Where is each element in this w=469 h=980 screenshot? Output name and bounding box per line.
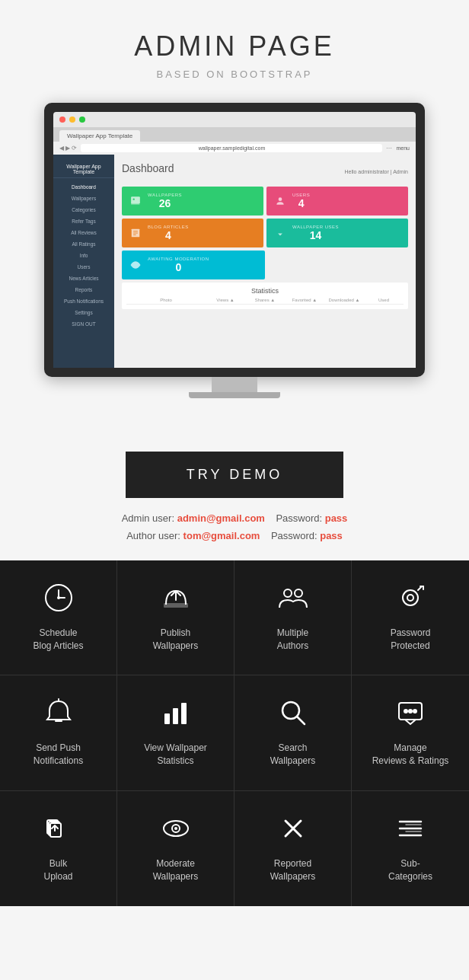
- stat-card-uses: WALLPAPER USES 14: [266, 219, 408, 247]
- col-views: Views ▲: [206, 298, 245, 302]
- search-wallpapers-icon: [246, 698, 340, 733]
- col-downloaded: Downloaded ▲: [324, 298, 364, 302]
- svg-line-27: [297, 717, 305, 724]
- password-protected-label: PasswordProtected: [363, 627, 458, 653]
- stats-grid: WALLPAPERS 26 USERS: [122, 187, 408, 247]
- dot-yellow: [69, 117, 75, 123]
- feature-bulk-upload: BulkUpload: [0, 791, 117, 906]
- dashboard-title: Dashboard: [122, 162, 174, 174]
- features-row-3: BulkUpload ModerateWallpapers ReportedW: [0, 791, 469, 906]
- svg-point-7: [134, 263, 137, 267]
- top-section: ADMIN PAGE BASED ON BOOTSTRAP Wallpaper …: [0, 0, 469, 436]
- stat-value-awaiting: 0: [148, 261, 209, 273]
- col-photo: Photo: [126, 298, 206, 302]
- demo-section: TRY DEMO Admin user: admin@gmail.com Pas…: [0, 436, 469, 560]
- eye-icon: [128, 257, 143, 273]
- dashboard-main: Dashboard Hello administrator | Admin: [114, 155, 416, 368]
- awaiting-row: Awaiting Moderation 0: [122, 251, 408, 279]
- users-icon: [273, 193, 288, 209]
- view-stats-label: View WallpaperStatistics: [129, 742, 222, 768]
- col-used: Used: [364, 298, 404, 302]
- app-sidebar: Wallpaper App Template Dashboard Wallpap…: [53, 155, 114, 368]
- multiple-authors-label: MultipleAuthors: [246, 627, 340, 653]
- sidebar-item-all-reviews: All Reviews: [53, 227, 114, 238]
- sidebar-item-users: Users: [53, 261, 114, 273]
- svg-rect-25: [181, 703, 187, 724]
- feature-multiple-authors: MultipleAuthors: [234, 560, 352, 675]
- publish-wallpapers-icon: [129, 583, 222, 618]
- admin-password-label: Password:: [276, 512, 322, 524]
- author-password: pass: [320, 530, 343, 541]
- dot-green: [79, 117, 85, 123]
- sub-categories-label: Sub-Categories: [363, 857, 458, 883]
- sidebar-item-categories: Categories: [53, 204, 114, 215]
- stat-info-awaiting: Awaiting Moderation 0: [148, 257, 209, 273]
- credentials: Admin user: admin@gmail.com Password: pa…: [15, 509, 454, 545]
- stat-value-users: 4: [292, 197, 310, 209]
- svg-point-38: [174, 827, 177, 830]
- svg-rect-23: [164, 713, 170, 724]
- feature-send-push: Send PushNotifications: [0, 675, 117, 790]
- statistics-title: Statistics: [126, 287, 404, 295]
- feature-sub-categories: Sub-Categories: [352, 791, 469, 906]
- stat-card-users: USERS 4: [266, 187, 408, 215]
- moderate-wallpapers-icon: [129, 814, 222, 848]
- author-email: tom@gmail.com: [183, 530, 260, 541]
- main-title: ADMIN PAGE: [15, 30, 454, 62]
- statistics-section: Statistics Photo Views ▲ Shares ▲ Favori…: [122, 283, 408, 309]
- author-password-label: Password:: [271, 530, 317, 541]
- manage-reviews-label: ManageReviews & Ratings: [363, 742, 458, 768]
- bulk-upload-label: BulkUpload: [11, 857, 105, 883]
- stat-card-awaiting: Awaiting Moderation 0: [122, 251, 265, 279]
- stat-card-wallpapers: WALLPAPERS 26: [122, 187, 263, 215]
- browser-tab: Wallpaper App Template: [59, 130, 140, 142]
- sidebar-item-wallpapers: Wallpapers: [53, 193, 114, 204]
- bulk-upload-icon: [11, 814, 105, 848]
- author-credentials: Author user: tom@gmail.com Password: pas…: [15, 527, 454, 544]
- download-icon: [273, 225, 288, 241]
- feature-search-wallpapers: SearchWallpapers: [234, 675, 352, 790]
- wallpapers-icon: [128, 193, 143, 209]
- reported-wallpapers-icon: [246, 814, 340, 848]
- monitor-topbar: [53, 112, 416, 127]
- col-favorited: Favorited ▲: [285, 298, 324, 302]
- sidebar-item-push: Push Notifications: [53, 295, 114, 307]
- stat-info-wallpapers: WALLPAPERS 26: [148, 193, 182, 209]
- svg-point-16: [403, 590, 418, 605]
- monitor-stand: [212, 377, 257, 392]
- features-row-1: ScheduleBlog Articles PublishWallpapers: [0, 560, 469, 676]
- feature-reported-wallpapers: ReportedWallpapers: [234, 791, 352, 906]
- sidebar-item-reports: Reports: [53, 284, 114, 295]
- password-protected-icon: [363, 583, 458, 618]
- schedule-blog-icon: [11, 583, 105, 618]
- address-bar-row: ◀ ▶ ⟳ wallpaper.sampledigital.com ⋯ menu: [53, 142, 416, 155]
- svg-point-1: [133, 199, 135, 200]
- monitor-frame: Wallpaper App Template ◀ ▶ ⟳ wallpaper.s…: [44, 103, 425, 377]
- sidebar-logo: Wallpaper App Template: [53, 161, 114, 178]
- send-push-label: Send PushNotifications: [11, 742, 105, 768]
- view-stats-icon: [129, 698, 222, 733]
- svg-point-15: [295, 589, 302, 597]
- sidebar-item-dashboard: Dashboard: [53, 181, 114, 193]
- svg-point-2: [279, 197, 282, 201]
- moderate-wallpapers-label: ModerateWallpapers: [129, 857, 222, 883]
- monitor-mockup: Wallpaper App Template ◀ ▶ ⟳ wallpaper.s…: [15, 103, 454, 398]
- features-row-2: Send PushNotifications View WallpaperSta…: [0, 675, 469, 791]
- search-wallpapers-label: SearchWallpapers: [246, 742, 340, 768]
- subtitle: BASED ON BOOTSTRAP: [15, 69, 454, 80]
- screen-content: Wallpaper App Template Dashboard Wallpap…: [53, 155, 416, 368]
- tab-bar: Wallpaper App Template: [53, 127, 416, 142]
- author-user-label: Author user:: [126, 530, 180, 541]
- features-section: ScheduleBlog Articles PublishWallpapers: [0, 560, 469, 906]
- svg-rect-24: [173, 708, 178, 724]
- sidebar-item-info: Info: [53, 250, 114, 261]
- stat-value-uses: 14: [292, 229, 339, 241]
- stat-value-wallpapers: 26: [148, 197, 182, 209]
- stat-info-users: USERS 4: [292, 193, 310, 209]
- stat-value-blog: 4: [148, 229, 189, 241]
- admin-password: pass: [325, 512, 348, 524]
- sidebar-item-settings: Settings: [53, 307, 114, 318]
- feature-schedule-blog: ScheduleBlog Articles: [0, 560, 117, 675]
- try-demo-button[interactable]: TRY DEMO: [126, 452, 343, 498]
- stat-card-blog: BLOG ARTICLES 4: [122, 219, 263, 247]
